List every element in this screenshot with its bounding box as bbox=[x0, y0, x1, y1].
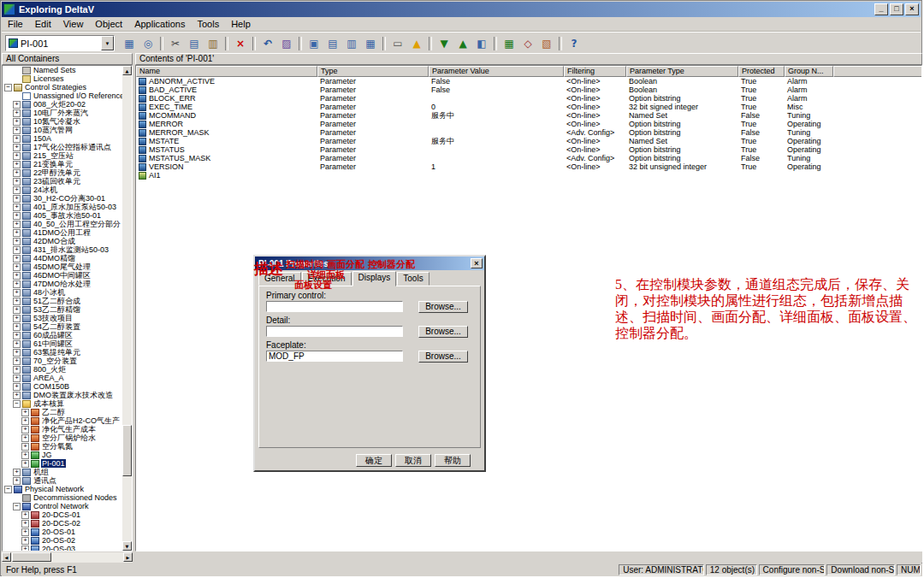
tree-item[interactable]: +AREA_A bbox=[3, 374, 122, 382]
tree-item[interactable]: +20-OS-01 bbox=[3, 528, 122, 536]
print-icon[interactable]: ▭ bbox=[389, 36, 406, 51]
tree-expander-icon[interactable]: + bbox=[13, 272, 21, 280]
tree-expander-icon[interactable]: + bbox=[13, 144, 21, 151]
minimize-button[interactable]: _ bbox=[874, 3, 888, 15]
alarm-icon[interactable]: ▲ bbox=[408, 36, 425, 51]
menu-edit[interactable]: Edit bbox=[29, 18, 57, 30]
menu-object[interactable]: Object bbox=[89, 18, 128, 30]
dialog-close-icon[interactable]: × bbox=[471, 258, 483, 268]
scroll-up-icon[interactable]: ▲ bbox=[122, 66, 132, 75]
tree-expander-icon[interactable]: + bbox=[13, 375, 21, 382]
tree-expander-icon[interactable]: + bbox=[21, 511, 29, 519]
delete-icon[interactable]: × bbox=[232, 36, 249, 51]
table-row[interactable]: MERRORParameter<On-line>Option bitstring… bbox=[136, 120, 921, 128]
column-header-type[interactable]: Type bbox=[317, 66, 429, 77]
field-input-primary-control[interactable] bbox=[266, 301, 403, 312]
tree-expander-icon[interactable]: + bbox=[13, 323, 21, 331]
tab-displays[interactable]: Displays bbox=[352, 271, 397, 286]
tree-expander-icon[interactable]: − bbox=[13, 503, 21, 510]
tree-item[interactable]: −Physical Network bbox=[3, 485, 122, 493]
tree-expander-icon[interactable]: + bbox=[13, 109, 21, 117]
browse-button[interactable]: Browse... bbox=[418, 326, 468, 338]
tree-item[interactable]: +20-OS-03 bbox=[3, 545, 122, 551]
tree-horizontal-scrollbar[interactable]: ◀ ▶ bbox=[2, 552, 133, 563]
tree-expander-icon[interactable]: + bbox=[13, 203, 21, 211]
details-view-icon[interactable]: ▦ bbox=[362, 36, 379, 51]
tree-expander-icon[interactable]: + bbox=[13, 315, 21, 322]
tree-expander-icon[interactable]: + bbox=[13, 238, 21, 245]
table-row[interactable]: BAD_ACTIVEParameterFalse<On-line>Boolean… bbox=[136, 86, 921, 94]
table-row[interactable]: MSTATUSParameter<On-line>Option bitstrin… bbox=[136, 145, 921, 154]
module-combobox[interactable]: PI-001 ▼ bbox=[5, 35, 115, 51]
find-icon[interactable]: ◎ bbox=[139, 36, 157, 51]
cut-icon[interactable]: ✂ bbox=[167, 36, 184, 51]
tree-expander-icon[interactable]: + bbox=[13, 161, 21, 168]
scroll-right-icon[interactable]: ▶ bbox=[123, 552, 133, 562]
tree-expander-icon[interactable]: + bbox=[21, 460, 29, 468]
table-row[interactable]: MSTATUS_MASKParameter<Adv. Config>Option… bbox=[136, 154, 921, 162]
table-row[interactable]: MCOMMANDParameter服务中<On-line>Named SetFa… bbox=[136, 111, 921, 120]
tree-item[interactable]: +通讯点 bbox=[3, 476, 122, 485]
large-icons-icon[interactable]: ▣ bbox=[305, 36, 323, 51]
tree-expander-icon[interactable]: + bbox=[13, 349, 21, 357]
tree-expander-icon[interactable]: + bbox=[13, 366, 21, 374]
scrollbar-thumb[interactable] bbox=[122, 425, 132, 476]
tree-expander-icon[interactable]: + bbox=[13, 469, 21, 476]
table-row[interactable]: BLOCK_ERRParameter<On-line>Option bitstr… bbox=[136, 94, 921, 103]
help-button[interactable]: 帮助 bbox=[435, 454, 471, 467]
tree-item[interactable]: −Control Network bbox=[3, 502, 122, 510]
explore-icon[interactable]: ▦ bbox=[121, 36, 138, 51]
tree-expander-icon[interactable]: + bbox=[13, 101, 21, 109]
tree-expander-icon[interactable]: + bbox=[21, 426, 29, 434]
browse-button[interactable]: Browse... bbox=[418, 351, 468, 363]
tree-expander-icon[interactable]: + bbox=[13, 340, 21, 348]
column-header-protected[interactable]: Protected bbox=[738, 66, 785, 77]
ok-button[interactable]: 确定 bbox=[356, 454, 392, 467]
field-input-detail[interactable] bbox=[266, 326, 403, 337]
tree-expander-icon[interactable]: + bbox=[21, 537, 29, 545]
small-icons-icon[interactable]: ▤ bbox=[324, 36, 341, 51]
tree-expander-icon[interactable]: + bbox=[13, 332, 21, 339]
tree-expander-icon[interactable]: + bbox=[21, 409, 29, 416]
copy-icon[interactable]: ▤ bbox=[186, 36, 203, 51]
properties-icon[interactable]: ▨ bbox=[278, 36, 295, 51]
menu-help[interactable]: Help bbox=[225, 18, 257, 30]
tree-vertical-scrollbar[interactable]: ▲ ▼ bbox=[122, 66, 132, 551]
table-row[interactable]: ABNORM_ACTIVEParameterFalse<On-line>Bool… bbox=[136, 77, 921, 86]
paste-icon[interactable]: ▥ bbox=[204, 36, 222, 51]
tree-item[interactable]: +机组 bbox=[3, 468, 122, 476]
tree-expander-icon[interactable]: + bbox=[13, 229, 21, 237]
tree-expander-icon[interactable]: + bbox=[21, 451, 29, 459]
tree-expander-icon[interactable]: + bbox=[13, 263, 21, 271]
scroll-down-icon[interactable]: ▼ bbox=[122, 541, 132, 551]
browse-button[interactable]: Browse... bbox=[418, 301, 468, 313]
tree-expander-icon[interactable]: + bbox=[13, 289, 21, 297]
assign-icon[interactable]: ◧ bbox=[473, 36, 490, 51]
tree-item[interactable]: Named Sets bbox=[3, 66, 122, 74]
combobox-dropdown-icon[interactable]: ▼ bbox=[101, 36, 114, 50]
tree-item[interactable]: Decommissioned Nodes bbox=[3, 493, 122, 502]
tree-item[interactable]: +20-DCS-02 bbox=[3, 519, 122, 528]
tree-item[interactable]: +20-DCS-01 bbox=[3, 510, 122, 519]
tree-item[interactable]: Licenses bbox=[3, 74, 122, 83]
tree-expander-icon[interactable]: + bbox=[21, 434, 29, 442]
tree-item[interactable]: +空分氧氮 bbox=[3, 442, 122, 451]
tree-expander-icon[interactable]: + bbox=[21, 528, 29, 536]
column-header-group-n[interactable]: Group N... bbox=[785, 66, 833, 77]
tree-item[interactable]: +23硫回收单元 bbox=[3, 177, 122, 186]
tree-expander-icon[interactable]: + bbox=[13, 152, 21, 160]
close-button[interactable]: × bbox=[905, 3, 919, 15]
tree-expander-icon[interactable]: + bbox=[13, 298, 21, 305]
menu-file[interactable]: File bbox=[2, 18, 29, 30]
tree-expander-icon[interactable]: + bbox=[13, 186, 21, 194]
menu-view[interactable]: View bbox=[57, 18, 90, 30]
column-header-parameter-type[interactable]: Parameter Type bbox=[626, 66, 738, 77]
upload-icon[interactable]: ▲ bbox=[454, 36, 471, 51]
tree-item[interactable]: +10蒸汽管网 bbox=[3, 126, 122, 134]
tree-expander-icon[interactable]: − bbox=[13, 400, 21, 408]
help-icon[interactable]: ? bbox=[566, 36, 583, 51]
scrollbar-thumb[interactable] bbox=[12, 552, 51, 562]
tree-expander-icon[interactable]: + bbox=[21, 417, 29, 425]
tree-expander-icon[interactable]: + bbox=[13, 212, 21, 220]
tab-tools[interactable]: Tools bbox=[397, 272, 429, 286]
